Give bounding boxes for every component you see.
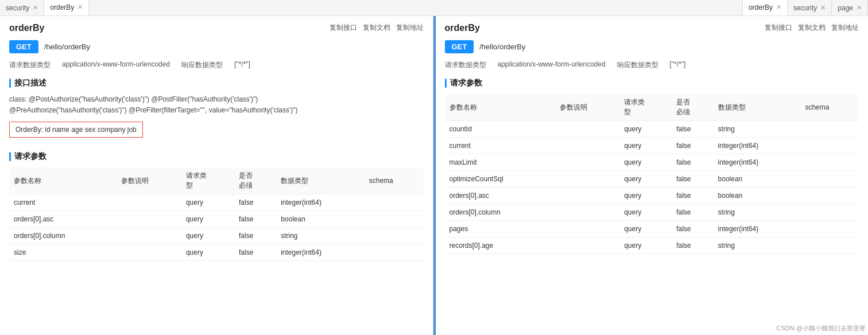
- tab-security-right[interactable]: security ✕: [788, 0, 832, 15]
- left-section-params: 请求参数: [9, 151, 424, 162]
- left-table-row: orders[0].asc query false boolean: [9, 211, 424, 228]
- right-method-row: GET /hello/orderBy: [445, 40, 859, 53]
- right-param-type-0: query: [619, 121, 672, 138]
- right-th-datatype: 数据类型: [714, 94, 801, 121]
- tab-orderby-right-label: orderBy: [749, 3, 773, 11]
- right-copy-doc[interactable]: 复制文档: [798, 23, 826, 33]
- left-param-schema-2: [365, 228, 424, 244]
- right-param-required-4: false: [672, 188, 713, 204]
- left-section-desc: 接口描述: [9, 78, 424, 88]
- right-table-row: pages query false integer(int64): [445, 221, 859, 237]
- right-table-row: optimizeCountSql query false boolean: [445, 171, 859, 188]
- right-section-params-label: 请求参数: [450, 78, 482, 88]
- left-param-datatype-3: integer(int64): [276, 244, 365, 261]
- right-param-required-5: false: [672, 204, 713, 221]
- left-method-badge: GET: [9, 40, 38, 53]
- tab-orderby-left-close[interactable]: ✕: [78, 3, 83, 11]
- left-th-datatype: 数据类型: [276, 168, 365, 194]
- tab-page-right-close[interactable]: ✕: [857, 4, 862, 11]
- right-param-type-2: query: [619, 154, 672, 171]
- tab-orderby-right[interactable]: orderBy ✕: [743, 0, 788, 15]
- right-table-row: maxLimit query false integer(int64): [445, 154, 859, 171]
- tab-security-right-close[interactable]: ✕: [820, 4, 826, 11]
- left-param-schema-3: [365, 244, 424, 261]
- right-copy-api[interactable]: 复制接口: [765, 23, 792, 33]
- watermark: CSDN @小魏小魏我们去那里呀: [777, 324, 866, 333]
- right-param-desc-1: [555, 138, 619, 154]
- left-params-table: 参数名称 参数说明 请求类型 是否必须 数据类型 schema current …: [9, 168, 424, 261]
- left-param-desc-3: [117, 244, 181, 261]
- tab-page-right[interactable]: page ✕: [832, 0, 868, 15]
- left-param-type-0: query: [181, 194, 234, 211]
- right-th-name: 参数名称: [445, 94, 556, 121]
- tab-page-right-label: page: [838, 4, 853, 12]
- left-param-type-2: query: [181, 228, 234, 244]
- right-th-desc: 参数说明: [555, 94, 619, 121]
- tab-security-left-close[interactable]: ✕: [33, 4, 38, 11]
- right-meta-response-label: 响应数据类型: [617, 60, 658, 70]
- right-param-required-2: false: [672, 154, 713, 171]
- left-th-name: 参数名称: [9, 168, 117, 194]
- right-table-row: orders[0].asc query false boolean: [445, 188, 859, 204]
- right-param-name-3: optimizeCountSql: [445, 171, 556, 188]
- left-section-bar-params: [9, 152, 11, 161]
- left-section-params-label: 请求参数: [14, 151, 46, 162]
- right-param-schema-6: [800, 221, 859, 237]
- right-param-type-4: query: [619, 188, 672, 204]
- right-param-schema-3: [800, 171, 859, 188]
- left-param-name-3: size: [9, 244, 117, 261]
- left-param-schema-1: [365, 211, 424, 228]
- left-param-type-1: query: [181, 211, 234, 228]
- left-param-datatype-0: integer(int64): [276, 194, 365, 211]
- right-panel: 复制接口 复制文档 复制地址 orderBy GET /hello/orderB…: [436, 16, 869, 335]
- right-param-required-7: false: [672, 237, 713, 254]
- left-param-required-0: false: [234, 194, 276, 211]
- left-param-datatype-1: boolean: [276, 211, 365, 228]
- right-param-desc-3: [555, 171, 619, 188]
- left-panel: 复制接口 复制文档 复制地址 orderBy GET /hello/orderB…: [0, 16, 433, 335]
- left-meta-row: 请求数据类型 application/x-www-form-urlencoded…: [9, 60, 424, 70]
- right-meta-request-value: application/x-www-form-urlencoded: [498, 60, 606, 70]
- left-section-bar-desc: [9, 79, 11, 88]
- right-section-params: 请求参数: [445, 78, 859, 88]
- right-param-schema-1: [800, 138, 859, 154]
- right-section-bar-params: [445, 79, 447, 88]
- right-copy-url[interactable]: 复制地址: [831, 23, 859, 33]
- tab-security-left-label: security: [6, 4, 29, 12]
- tab-orderby-right-close[interactable]: ✕: [776, 3, 781, 11]
- right-param-name-0: countId: [445, 121, 556, 138]
- left-description: class: @PostAuthorize("hasAuthority('cla…: [9, 94, 424, 116]
- left-param-schema-0: [365, 194, 424, 211]
- right-param-required-1: false: [672, 138, 713, 154]
- right-param-schema-5: [800, 204, 859, 221]
- left-panel-actions: 复制接口 复制文档 复制地址: [330, 23, 424, 33]
- right-panel-actions: 复制接口 复制文档 复制地址: [765, 23, 859, 33]
- right-param-schema-0: [800, 121, 859, 138]
- left-meta-request-label: 请求数据类型: [9, 60, 51, 70]
- left-copy-url[interactable]: 复制地址: [396, 23, 424, 33]
- main-content: 复制接口 复制文档 复制地址 orderBy GET /hello/orderB…: [0, 16, 868, 335]
- right-param-name-1: current: [445, 138, 556, 154]
- tab-orderby-left-label: orderBy: [50, 3, 74, 11]
- right-param-type-6: query: [619, 221, 672, 237]
- right-param-name-7: records[0].age: [445, 237, 556, 254]
- left-params-header-row: 参数名称 参数说明 请求类型 是否必须 数据类型 schema: [9, 168, 424, 194]
- right-param-datatype-6: integer(int64): [714, 221, 801, 237]
- left-th-schema: schema: [365, 168, 424, 194]
- right-params-table: 参数名称 参数说明 请求类型 是否必须 数据类型 schema countId …: [445, 94, 859, 254]
- left-copy-doc[interactable]: 复制文档: [363, 23, 390, 33]
- right-param-desc-5: [555, 204, 619, 221]
- right-table-row: current query false integer(int64): [445, 138, 859, 154]
- tab-security-left[interactable]: security ✕: [0, 0, 44, 15]
- right-param-type-3: query: [619, 171, 672, 188]
- right-param-required-3: false: [672, 171, 713, 188]
- left-th-type: 请求类型: [181, 168, 234, 194]
- right-table-row: countId query false string: [445, 121, 859, 138]
- left-param-name-2: orders[0].column: [9, 228, 117, 244]
- tab-orderby-left[interactable]: orderBy ✕: [44, 0, 89, 15]
- right-meta-row: 请求数据类型 application/x-www-form-urlencoded…: [445, 60, 859, 70]
- right-param-schema-4: [800, 188, 859, 204]
- right-param-datatype-1: integer(int64): [714, 138, 801, 154]
- left-table-row: current query false integer(int64): [9, 194, 424, 211]
- left-copy-api[interactable]: 复制接口: [330, 23, 357, 33]
